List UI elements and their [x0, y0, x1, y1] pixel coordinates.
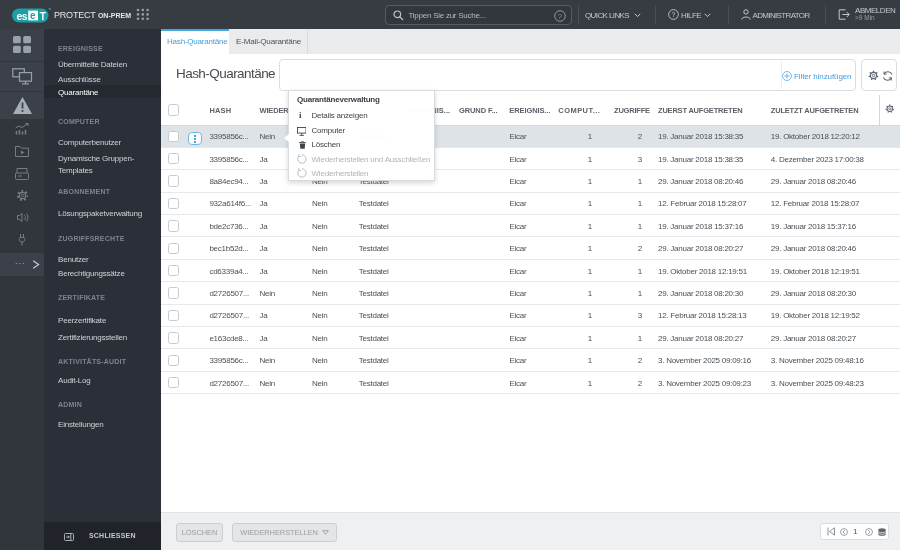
svg-text:T: T	[40, 10, 46, 21]
svg-text:e: e	[30, 10, 36, 21]
svg-text:?: ?	[557, 12, 561, 21]
svg-text:?: ?	[671, 11, 675, 18]
svg-text:es: es	[17, 9, 28, 21]
